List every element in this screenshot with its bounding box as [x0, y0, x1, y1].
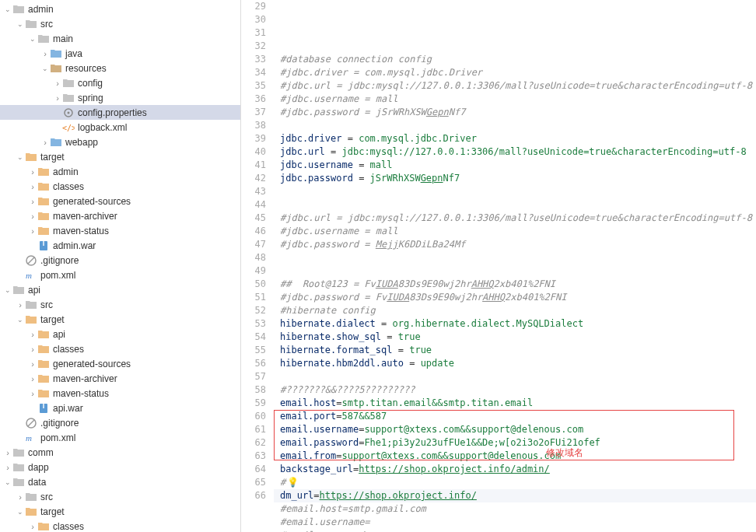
tree-item[interactable]: .gitignore — [0, 415, 240, 430]
chevron-closed-icon[interactable] — [53, 79, 62, 88]
tree-item[interactable]: api.war — [0, 401, 240, 415]
code-line[interactable]: #jdbc.url = jdbc:mysql://127.0.0.1:3306/… — [274, 212, 756, 225]
chevron-closed-icon[interactable] — [28, 226, 37, 236]
code-line[interactable]: #💡 — [274, 476, 756, 489]
tree-item[interactable]: src — [0, 489, 240, 504]
code-line[interactable]: hibernate.format_sql = true — [274, 344, 756, 357]
tree-item[interactable]: api — [0, 282, 240, 297]
tree-item[interactable]: spring — [0, 90, 240, 105]
tree-item[interactable]: target — [0, 312, 240, 327]
chevron-closed-icon[interactable] — [28, 330, 37, 339]
code-editor[interactable]: 2930313233343536373839404142434445464748… — [241, 0, 756, 532]
tree-item[interactable]: config — [0, 75, 240, 90]
code-line[interactable]: #email.host=smtp.gmail.com — [274, 502, 756, 516]
code-line[interactable]: hibernate.hbm2ddl.auto = update — [274, 357, 756, 370]
chevron-closed-icon[interactable] — [40, 49, 50, 58]
tree-item[interactable]: maven-status — [0, 223, 240, 238]
chevron-closed-icon[interactable] — [28, 389, 37, 398]
chevron-closed-icon[interactable] — [28, 212, 37, 221]
tree-item[interactable]: classes — [0, 519, 240, 532]
tree-item[interactable]: generated-sources — [0, 356, 240, 371]
code-line[interactable]: #???????&&????5????????? — [274, 383, 756, 397]
chevron-closed-icon[interactable] — [3, 448, 12, 457]
code-line[interactable]: backstage_url=https://shop.okproject.inf… — [274, 463, 756, 476]
code-line[interactable] — [274, 119, 756, 132]
tree-item[interactable]: mpom.xml — [0, 430, 240, 445]
code-line[interactable] — [274, 251, 756, 264]
chevron-closed-icon[interactable] — [16, 492, 25, 502]
code-line[interactable]: #jdbc.url = jdbc:mysql://127.0.0.1:3306/… — [274, 79, 756, 93]
tree-item[interactable]: api — [0, 327, 240, 341]
code-line[interactable]: #email.password= — [274, 529, 756, 532]
tree-item[interactable]: mpom.xml — [0, 268, 240, 282]
chevron-closed-icon[interactable] — [28, 197, 37, 206]
tree-item[interactable]: comm — [0, 445, 240, 460]
tree-item[interactable]: data — [0, 474, 240, 489]
code-line[interactable]: #jdbc.username = mall — [274, 93, 756, 106]
tree-item[interactable]: maven-archiver — [0, 371, 240, 386]
tree-item[interactable]: maven-status — [0, 386, 240, 401]
code-line[interactable]: email.username=support@xtexs.com&&suppor… — [274, 423, 756, 436]
code-line[interactable]: #jdbc.username = mall — [274, 225, 756, 238]
tree-item[interactable]: resources — [0, 61, 240, 75]
chevron-open-icon[interactable] — [40, 65, 50, 72]
tree-item[interactable]: target — [0, 149, 240, 164]
intention-bulb-icon[interactable]: 💡 — [287, 477, 299, 488]
chevron-open-icon[interactable] — [16, 316, 25, 324]
code-line[interactable]: #jdbc.password = FvIUDA83Ds9E90wj2hrAHHQ… — [274, 291, 756, 304]
code-line[interactable] — [274, 264, 756, 278]
tree-item[interactable]: admin — [0, 2, 240, 16]
code-line[interactable]: ## Root@123 = FvIUDA83Ds9E90wj2hrAHHQ2xb… — [274, 278, 756, 291]
chevron-closed-icon[interactable] — [28, 374, 37, 383]
tree-item[interactable]: src — [0, 16, 240, 31]
tree-item[interactable]: classes — [0, 341, 240, 356]
code-line[interactable]: jdbc.password = jSrWRhXSWGepnNf7 — [274, 172, 756, 185]
tree-item[interactable]: target — [0, 504, 240, 519]
chevron-open-icon[interactable] — [16, 153, 25, 161]
code-line[interactable]: hibernate.show_sql = true — [274, 331, 756, 344]
code-line[interactable]: #hibernate config — [274, 304, 756, 317]
code-line[interactable] — [274, 198, 756, 212]
chevron-open-icon[interactable] — [3, 286, 12, 294]
code-line[interactable]: jdbc.username = mall — [274, 159, 756, 172]
code-line[interactable]: #jdbc.password = jSrWRhXSWGepnNf7 — [274, 106, 756, 119]
project-tree[interactable]: adminsrcmainjavaresourcesconfigspringcon… — [0, 0, 241, 532]
tree-item[interactable]: generated-sources — [0, 194, 240, 208]
code-line[interactable]: dm_url=https://shop.okproject.info/ — [274, 489, 756, 502]
tree-item[interactable]: .gitignore — [0, 253, 240, 268]
code-line[interactable]: jdbc.driver = com.mysql.jdbc.Driver — [274, 132, 756, 145]
chevron-closed-icon[interactable] — [28, 182, 37, 191]
chevron-open-icon[interactable] — [3, 5, 12, 13]
code-line[interactable]: jdbc.url = jdbc:mysql://127.0.0.1:3306/m… — [274, 145, 756, 159]
tree-item[interactable]: admin.war — [0, 238, 240, 253]
code-line[interactable]: email.from=support@xtexs.com&&support@de… — [274, 450, 756, 463]
chevron-open-icon[interactable] — [3, 478, 12, 486]
chevron-closed-icon[interactable] — [28, 345, 37, 354]
code-line[interactable]: #email.username= — [274, 516, 756, 529]
code-area[interactable]: 修改域名 #database connection config#jdbc.dr… — [274, 0, 756, 532]
chevron-closed-icon[interactable] — [53, 93, 62, 103]
code-line[interactable]: #jdbc.driver = com.mysql.jdbc.Driver — [274, 66, 756, 79]
tree-item[interactable]: java — [0, 46, 240, 61]
tree-item[interactable]: </>logback.xml — [0, 120, 240, 135]
tree-item[interactable]: admin — [0, 164, 240, 179]
chevron-closed-icon[interactable] — [28, 167, 37, 177]
code-line[interactable]: #jdbc.password = MejjK6DDiLBa24Mf — [274, 238, 756, 251]
code-line[interactable]: hibernate.dialect = org.hibernate.dialec… — [274, 317, 756, 331]
tree-item[interactable]: main — [0, 31, 240, 46]
tree-item[interactable]: src — [0, 297, 240, 312]
code-line[interactable]: #database connection config — [274, 53, 756, 66]
chevron-closed-icon[interactable] — [16, 300, 25, 310]
chevron-open-icon[interactable] — [16, 508, 25, 516]
code-line[interactable]: email.password=Fhe1;pi3y2u23ufFUe1&&De;w… — [274, 436, 756, 450]
chevron-closed-icon[interactable] — [40, 138, 50, 147]
chevron-closed-icon[interactable] — [3, 463, 12, 472]
code-line[interactable] — [274, 185, 756, 198]
chevron-open-icon[interactable] — [16, 20, 25, 28]
code-line[interactable]: email.host=smtp.titan.email&&smtp.titan.… — [274, 397, 756, 410]
tree-item[interactable]: webapp — [0, 135, 240, 149]
chevron-closed-icon[interactable] — [28, 522, 37, 531]
chevron-open-icon[interactable] — [28, 35, 37, 43]
code-line[interactable]: email.port=587&&587 — [274, 410, 756, 423]
tree-item[interactable]: maven-archiver — [0, 208, 240, 223]
